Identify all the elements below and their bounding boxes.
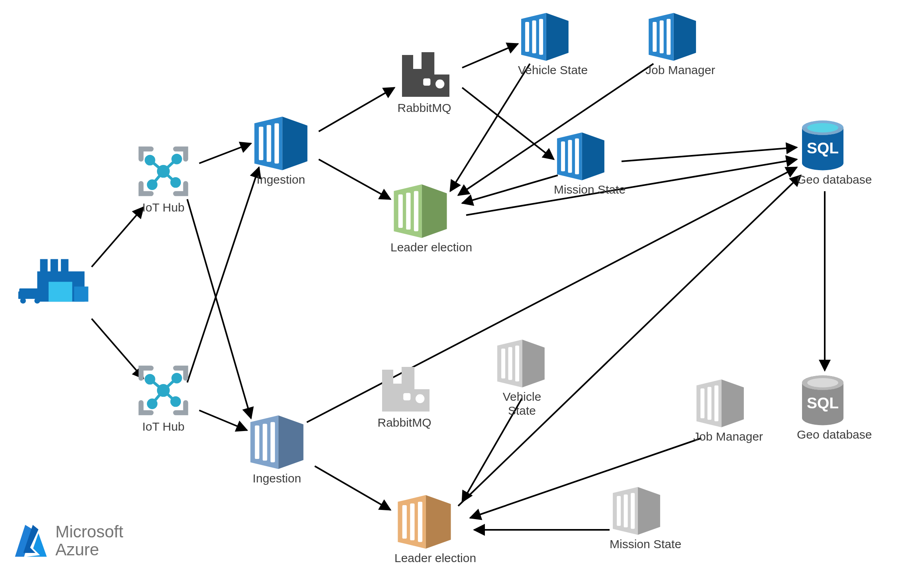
factory-icon (394, 44, 454, 100)
label-vehiclestate-1: Vehicle State (518, 63, 588, 77)
container-icon (251, 116, 311, 171)
label-vehiclestate-2: Vehicle State (494, 390, 550, 417)
factory-icon (375, 359, 434, 414)
sql-db-icon: SQL (797, 374, 849, 426)
svg-point-51 (807, 378, 838, 387)
label-iothub-2: IoT Hub (135, 420, 191, 434)
node-leader-2: Leader election (394, 494, 476, 565)
node-ingestion-2: Ingestion (247, 414, 307, 486)
node-rabbitmq-1: RabbitMQ (394, 44, 454, 115)
node-missionstate-1: Mission State (554, 131, 626, 197)
svg-line-30 (187, 199, 251, 418)
node-geodb-1: SQL Geo database (797, 120, 872, 187)
svg-line-35 (462, 44, 518, 68)
container-icon (610, 486, 663, 536)
iothub-icon (135, 143, 191, 199)
container-icon (390, 183, 450, 239)
node-iothub-1: IoT Hub (135, 143, 191, 215)
plant-truck-icon (16, 251, 92, 311)
svg-line-41 (466, 159, 797, 215)
container-icon (693, 378, 747, 428)
node-vehiclestate-1: Vehicle State (518, 12, 588, 77)
svg-line-34 (319, 159, 390, 199)
label-geodb-1: Geo database (797, 173, 872, 187)
svg-line-33 (319, 88, 394, 131)
azure-logo-icon (12, 522, 50, 560)
diagram-canvas: IoT Hub IoT Hub Ingestion Ingestion Rabb… (0, 0, 910, 588)
node-vehiclestate-2: Vehicle State (494, 339, 550, 417)
svg-line-37 (450, 64, 530, 191)
sql-db-icon: SQL (797, 120, 849, 171)
svg-line-36 (462, 88, 554, 159)
container-icon (247, 414, 307, 470)
brand-microsoft-azure: Microsoft Azure (12, 522, 123, 560)
node-leader-1: Leader election (390, 183, 472, 255)
brand-line2: Azure (55, 541, 123, 559)
svg-line-43 (315, 466, 390, 510)
container-icon (394, 494, 454, 550)
label-jobmanager-2: Job Manager (693, 430, 763, 444)
label-ingestion-2: Ingestion (247, 472, 307, 486)
container-icon (518, 12, 572, 62)
label-jobmanager-1: Job Manager (645, 63, 715, 77)
node-iothub-2: IoT Hub (135, 363, 191, 434)
node-rabbitmq-2: RabbitMQ (375, 359, 434, 430)
svg-line-29 (199, 143, 251, 163)
node-geodb-2: SQL Geo database (797, 374, 872, 442)
label-missionstate-2: Mission State (610, 537, 681, 551)
label-ingestion-1: Ingestion (251, 173, 311, 187)
iothub-icon (135, 363, 191, 418)
container-icon (645, 12, 699, 62)
brand-line1: Microsoft (55, 523, 123, 541)
svg-line-40 (622, 147, 797, 161)
container-icon (494, 339, 548, 388)
svg-line-39 (462, 175, 558, 203)
svg-line-27 (92, 207, 143, 267)
svg-line-31 (187, 167, 259, 382)
label-leader-1: Leader election (390, 241, 472, 255)
node-jobmanager-1: Job Manager (645, 12, 715, 77)
sql-text: SQL (807, 139, 839, 157)
node-missionstate-2: Mission State (610, 486, 681, 551)
svg-line-32 (199, 410, 247, 430)
node-jobmanager-2: Job Manager (693, 378, 763, 444)
label-rabbitmq-2: RabbitMQ (375, 416, 434, 430)
label-leader-2: Leader election (394, 551, 476, 565)
label-iothub-1: IoT Hub (135, 201, 191, 215)
label-rabbitmq-1: RabbitMQ (394, 101, 454, 115)
node-source-plant (16, 251, 92, 311)
label-geodb-2: Geo database (797, 428, 872, 442)
sql-text: SQL (807, 394, 839, 412)
container-icon (554, 131, 608, 181)
brand-text: Microsoft Azure (55, 523, 123, 558)
label-missionstate-1: Mission State (554, 183, 626, 197)
node-ingestion-1: Ingestion (251, 116, 311, 187)
